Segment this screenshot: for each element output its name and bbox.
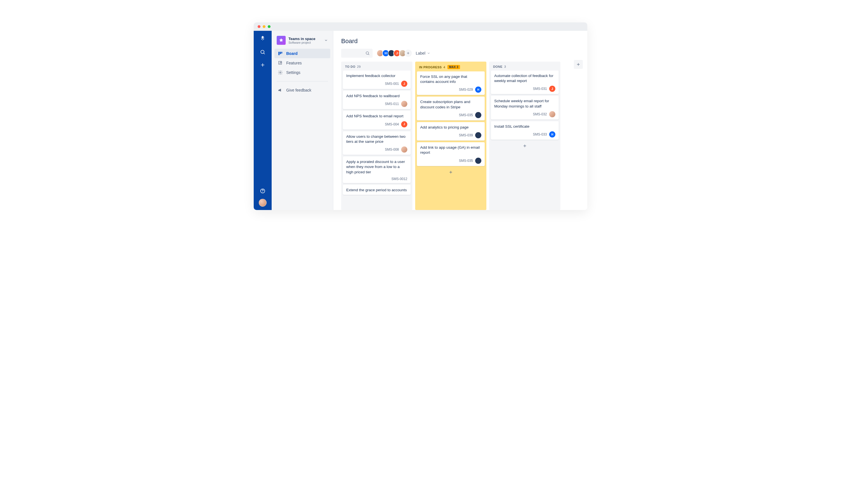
card-list: Automate collection of feedback for week… xyxy=(489,71,561,141)
card-footer: SMS-008 xyxy=(346,146,407,152)
global-rail xyxy=(254,31,272,210)
profile-avatar[interactable] xyxy=(259,199,267,206)
issue-card[interactable]: Schedule weekly email report for Monday … xyxy=(491,96,559,119)
svg-rect-7 xyxy=(280,52,281,54)
card-list: Force SSL on any page that contains acco… xyxy=(415,71,486,168)
add-people-button[interactable]: + xyxy=(405,50,412,57)
sidebar-item-label: Features xyxy=(286,61,302,65)
assignee-avatar[interactable] xyxy=(549,111,555,117)
issue-key: SMS-004 xyxy=(385,122,399,126)
card-title: Create subscription plans and discount c… xyxy=(420,100,481,109)
issue-card[interactable]: Apply a prorated discount to a user when… xyxy=(343,157,411,183)
card-footer: SMS-031J xyxy=(494,86,555,92)
app-body: Teams in space Software project Board Fe… xyxy=(254,31,587,210)
chevron-down-icon xyxy=(324,38,328,42)
sidebar-item-features[interactable]: Features xyxy=(274,58,330,68)
card-title: Add NPS feedback to wallboard xyxy=(346,93,407,98)
search-input[interactable] xyxy=(341,49,373,58)
card-footer: SMS-033H xyxy=(494,131,555,138)
issue-card[interactable]: Create subscription plans and discount c… xyxy=(417,96,485,120)
add-card-button[interactable] xyxy=(415,168,486,177)
window-minimize-icon[interactable] xyxy=(263,25,265,28)
column-header[interactable]: IN PROGRESS4MAX 3 xyxy=(415,61,486,71)
column-header[interactable]: TO DO29 xyxy=(341,61,412,71)
assignee-avatar[interactable]: H xyxy=(475,87,481,93)
issue-card[interactable]: Add analytics to pricing pageSMS-039 xyxy=(417,122,485,141)
help-icon[interactable] xyxy=(260,188,265,195)
issue-card[interactable]: Extend the grace period to accounts xyxy=(343,185,411,195)
issue-key: SMS-039 xyxy=(459,133,473,137)
issue-card[interactable]: Install SSL certificateSMS-033H xyxy=(491,121,559,140)
search-icon[interactable] xyxy=(260,49,265,56)
assignee-avatar[interactable] xyxy=(475,112,481,118)
sidebar-item-board[interactable]: Board xyxy=(274,49,330,58)
issue-card[interactable]: Implement feedback collectorSMS-001J xyxy=(343,71,411,89)
card-footer: SMS-032 xyxy=(494,111,555,117)
issue-card[interactable]: Add NPS feedback to wallboardSMS-011 xyxy=(343,91,411,109)
assignee-avatar[interactable]: J xyxy=(549,86,555,92)
board-icon xyxy=(278,51,283,56)
issue-card[interactable]: Automate collection of feedback for week… xyxy=(491,71,559,94)
filter-label-text: Label xyxy=(416,51,425,55)
card-title: Automate collection of feedback for week… xyxy=(494,73,555,84)
card-title: Implement feedback collector xyxy=(346,73,407,78)
assignee-avatar[interactable] xyxy=(401,146,407,152)
assignee-avatar[interactable] xyxy=(401,101,407,107)
card-footer: SMS-039 xyxy=(420,132,481,138)
issue-card[interactable]: Force SSL on any page that contains acco… xyxy=(417,71,485,95)
column-count: 29 xyxy=(357,65,361,68)
svg-line-15 xyxy=(368,54,369,55)
window-zoom-icon[interactable] xyxy=(268,25,271,28)
app-window: Teams in space Software project Board Fe… xyxy=(254,22,587,210)
assignee-filter-avatars: HJ+ xyxy=(377,50,412,57)
svg-point-0 xyxy=(261,50,264,53)
filter-label[interactable]: Label xyxy=(416,51,430,55)
card-footer: SMS-035 xyxy=(420,158,481,164)
svg-rect-6 xyxy=(278,52,279,55)
add-column-button[interactable] xyxy=(574,60,583,69)
sidebar-item-feedback[interactable]: Give feedback xyxy=(274,85,330,95)
issue-card[interactable]: Allow users to change between two tiers … xyxy=(343,131,411,155)
page-title: Board xyxy=(341,37,580,45)
svg-point-5 xyxy=(262,192,263,192)
project-type: Software project xyxy=(289,41,321,44)
add-card-button[interactable] xyxy=(489,141,561,151)
issue-key: SMS-035 xyxy=(459,113,473,117)
card-footer: SMS-0012 xyxy=(346,177,407,181)
issue-card[interactable]: Add link to app usage (GA) in email repo… xyxy=(417,142,485,166)
chevron-down-icon xyxy=(427,52,430,55)
column-name: IN PROGRESS xyxy=(419,66,442,69)
project-icon xyxy=(277,36,286,45)
assignee-avatar[interactable] xyxy=(475,158,481,164)
card-list: Implement feedback collectorSMS-001JAdd … xyxy=(341,71,412,197)
assignee-avatar[interactable]: J xyxy=(401,121,407,127)
search-icon xyxy=(365,51,370,55)
issue-key: SMS-035 xyxy=(459,159,473,163)
svg-rect-8 xyxy=(281,52,282,53)
project-name: Teams in space xyxy=(289,37,321,41)
gear-icon xyxy=(278,70,283,75)
window-close-icon[interactable] xyxy=(258,25,260,28)
assignee-avatar[interactable]: H xyxy=(549,131,555,138)
issue-key: SMS-031 xyxy=(533,87,547,91)
svg-point-14 xyxy=(366,52,368,54)
assignee-avatar[interactable]: J xyxy=(401,80,407,87)
assignee-avatar[interactable] xyxy=(475,132,481,138)
board-toolbar: HJ+ Label xyxy=(341,49,580,58)
issue-key: SMS-0012 xyxy=(391,177,407,181)
sidebar-item-settings[interactable]: Settings xyxy=(274,68,330,77)
card-title: Force SSL on any page that contains acco… xyxy=(420,74,481,84)
column-limit-badge: MAX 3 xyxy=(447,65,460,69)
project-switcher[interactable]: Teams in space Software project xyxy=(274,35,330,46)
issue-key: SMS-029 xyxy=(459,88,473,92)
board-column: DONE3Automate collection of feedback for… xyxy=(489,61,561,210)
sidebar-item-label: Settings xyxy=(286,70,301,75)
issue-card[interactable]: Add NPS feedback to email reportSMS-004J xyxy=(343,111,411,129)
create-icon[interactable] xyxy=(260,62,265,69)
column-header[interactable]: DONE3 xyxy=(489,61,561,71)
svg-point-12 xyxy=(280,72,281,73)
card-title: Add NPS feedback to email report xyxy=(346,114,407,119)
card-footer: SMS-001J xyxy=(346,80,407,87)
jira-logo-icon[interactable] xyxy=(259,35,266,43)
sidebar-item-label: Board xyxy=(286,51,297,56)
